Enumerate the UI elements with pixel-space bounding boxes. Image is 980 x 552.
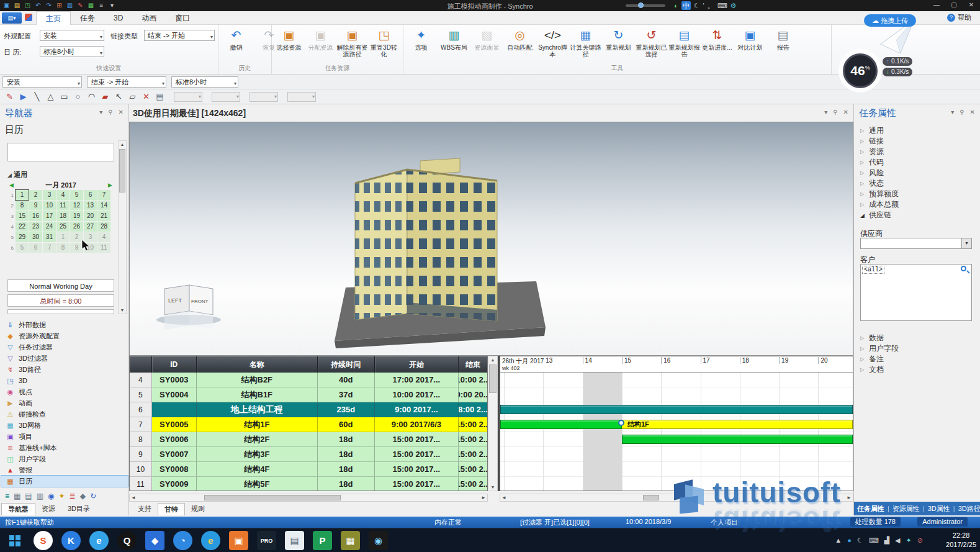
- draw-tool-1[interactable]: ▶: [19, 92, 28, 101]
- draw-tool-11[interactable]: ▤: [155, 92, 164, 101]
- calendar-day[interactable]: 5: [70, 190, 83, 200]
- close-icon[interactable]: ✕: [970, 109, 975, 115]
- ribbon-tab-动画[interactable]: 动画: [132, 11, 166, 25]
- mini-icon-4[interactable]: ◉: [48, 492, 54, 500]
- mini-icon-0[interactable]: ≡: [5, 492, 9, 500]
- ime-icon-1[interactable]: 中: [681, 1, 691, 10]
- calendar-day[interactable]: 16: [29, 211, 42, 221]
- calendar-day[interactable]: 26: [70, 222, 83, 232]
- calendar-day[interactable]: 28: [97, 222, 110, 232]
- ime-icon-6[interactable]: ⚙: [731, 1, 737, 10]
- calendar-day[interactable]: 1: [16, 190, 29, 200]
- calendar-day[interactable]: 10: [43, 201, 56, 210]
- ribbon-calendar-combo[interactable]: 标准8小时▾: [40, 46, 104, 57]
- scrollbar-thumb[interactable]: [643, 495, 659, 500]
- chevron-down-icon[interactable]: ▾: [824, 109, 827, 115]
- tool-button-11[interactable]: ▤报告: [766, 26, 799, 58]
- calendar-day[interactable]: 18: [56, 211, 70, 221]
- nav-item-用户字段[interactable]: ◫用户字段: [1, 453, 128, 464]
- task-row[interactable]: 9SY0007结构3F18d15:00 2017...15:00 2...: [130, 447, 487, 462]
- calendar-day[interactable]: 23: [29, 222, 42, 232]
- task-row[interactable]: 6地上结构工程235d9:00 2017...8:00 2...: [130, 402, 487, 417]
- calendar-day[interactable]: 24: [43, 222, 56, 232]
- tool-button-4[interactable]: </>Synchro脚本: [536, 26, 569, 58]
- calendar-day[interactable]: 6: [84, 190, 97, 200]
- calendar-day[interactable]: 4: [97, 232, 110, 242]
- ime-icon-4[interactable]: 。: [708, 1, 714, 10]
- column-header-3[interactable]: 持续时间: [318, 356, 375, 373]
- nav-tab-导航器[interactable]: 导航器: [1, 503, 35, 515]
- property-group-预算额度[interactable]: ▷预算额度: [856, 189, 978, 199]
- mini-icon-6[interactable]: ≣: [70, 492, 76, 500]
- view-tab-规则[interactable]: 规则: [185, 503, 211, 515]
- table-vscrollbar[interactable]: ▲ ▼: [488, 356, 498, 491]
- column-header-2[interactable]: 名称: [197, 356, 318, 373]
- task-row[interactable]: 8SY0006结构2F18d15:00 2017...15:00 2...: [130, 432, 487, 447]
- appearance-combo[interactable]: 安装▾: [40, 30, 104, 41]
- row-number[interactable]: 10: [130, 462, 152, 477]
- calendar-day[interactable]: 27: [84, 222, 97, 232]
- taskres-button-2[interactable]: ▣解除所有资源路径: [336, 26, 368, 58]
- column-header-4[interactable]: 开始: [375, 356, 459, 373]
- scrollbar-thumb[interactable]: [489, 364, 497, 393]
- tray-icon-3[interactable]: ⌨: [869, 536, 879, 545]
- nav-item-动画[interactable]: ▶动画: [1, 397, 128, 409]
- progress-ball-overlay[interactable]: 46%: [843, 53, 878, 88]
- close-icon[interactable]: ✕: [843, 109, 848, 115]
- calendar-day[interactable]: 11: [56, 201, 70, 210]
- app-menu-icon[interactable]: [25, 14, 32, 21]
- start-button[interactable]: [0, 528, 30, 552]
- calendar-day[interactable]: 12: [70, 201, 83, 210]
- nav-item-项目[interactable]: ▣项目: [1, 431, 128, 442]
- gantt-hscrollbar[interactable]: ◄ ►: [500, 494, 853, 502]
- ime-icon-2[interactable]: ☾: [694, 1, 700, 10]
- draw-field-1[interactable]: ▾: [212, 92, 240, 102]
- calendar-day[interactable]: 3: [43, 190, 56, 200]
- nav-item-警报[interactable]: ▲警报: [1, 464, 128, 476]
- table-hscrollbar[interactable]: ◄ ►: [129, 494, 488, 502]
- taskbar-app-5[interactable]: ◔: [173, 531, 192, 550]
- scrollbar-thumb[interactable]: [119, 149, 125, 192]
- draw-tool-10[interactable]: ✕: [142, 92, 151, 101]
- task-row[interactable]: 11SY0009结构5F18d15:00 2017...15:00 2...: [130, 477, 487, 491]
- property-group-文档[interactable]: ▷文档: [856, 364, 978, 375]
- scrollbar-thumb[interactable]: [204, 495, 341, 500]
- taskbar-app-7[interactable]: ▣: [229, 531, 248, 550]
- close-icon[interactable]: ✕: [119, 109, 124, 115]
- row-number[interactable]: 4: [130, 373, 152, 387]
- calendar-day[interactable]: 22: [16, 222, 29, 232]
- property-group-通用[interactable]: ▷通用: [856, 125, 978, 136]
- taskbar-clock[interactable]: 22:28 2017/2/25: [946, 531, 976, 550]
- taskbar-app-6[interactable]: e: [201, 531, 220, 550]
- link-type-combo[interactable]: 结束 -> 开始▾: [144, 30, 215, 41]
- file-menu-button[interactable]: ▤▾: [2, 12, 22, 24]
- gantt-chart[interactable]: 26th 十月 2017 wk 402 121314151617181920 结…: [500, 356, 853, 491]
- mini-icon-2[interactable]: ▤: [25, 492, 32, 500]
- row-number[interactable]: 6: [130, 402, 152, 417]
- draw-tool-5[interactable]: ○: [73, 92, 83, 101]
- draw-tool-4[interactable]: ▭: [60, 92, 69, 101]
- taskres-button-3[interactable]: ◳重置3D转化: [368, 26, 400, 58]
- pin-icon[interactable]: ⚲: [833, 109, 837, 115]
- tray-icon-2[interactable]: ☾: [857, 536, 863, 545]
- tray-icon-7[interactable]: ⊘: [917, 536, 923, 545]
- chevron-down-icon[interactable]: ▾: [951, 109, 954, 115]
- draw-tool-9[interactable]: ▱: [128, 92, 137, 101]
- tray-icon-6[interactable]: ✦: [906, 536, 912, 545]
- calendar-day[interactable]: 5: [16, 243, 29, 253]
- filter-combo-0[interactable]: 安装▾: [2, 76, 82, 88]
- property-group-风险[interactable]: ▷风险: [856, 168, 978, 178]
- property-group-备注[interactable]: ▷备注: [856, 354, 978, 364]
- property-group-代码[interactable]: ▷代码: [856, 157, 978, 168]
- ime-icon-0[interactable]: ◐: [674, 1, 678, 10]
- calendar-day[interactable]: 13: [84, 201, 97, 210]
- titlebar-slider[interactable]: [626, 4, 665, 7]
- property-group-供应链[interactable]: ◢供应链: [856, 210, 978, 220]
- column-header-5[interactable]: 结束: [459, 356, 487, 373]
- props-tab-3D路径编...[interactable]: 3D路径编...: [958, 504, 980, 514]
- draw-tool-2[interactable]: ╲: [32, 92, 42, 101]
- tool-button-7[interactable]: ↺重新规划已选择: [635, 26, 668, 58]
- calendar-day[interactable]: 19: [70, 211, 83, 221]
- task-row[interactable]: 7SY0005结构1F60d9:00 2017/6/315:00 2...: [130, 417, 487, 432]
- tool-button-8[interactable]: ▤重新规划报告: [668, 26, 701, 58]
